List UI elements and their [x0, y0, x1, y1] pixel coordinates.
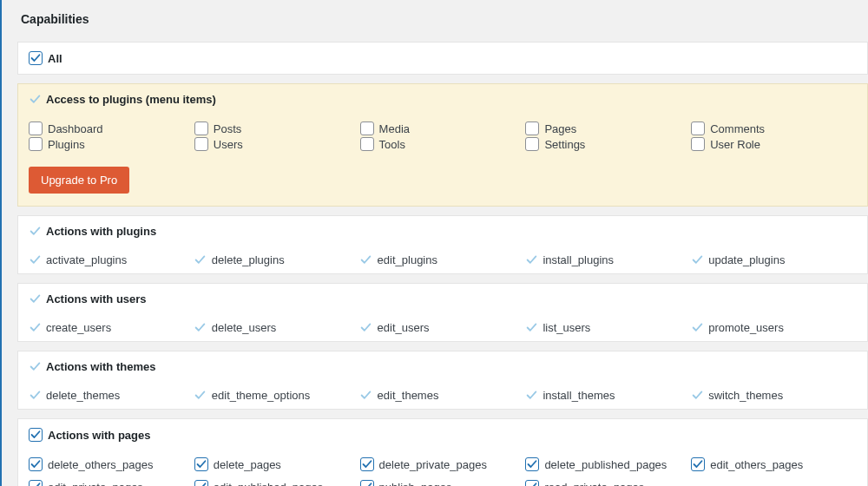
capability-item[interactable]: Settings	[525, 137, 691, 151]
capability-label: activate_plugins	[46, 253, 127, 266]
capability-item[interactable]: switch_themes	[691, 389, 857, 402]
capability-item[interactable]: Dashboard	[29, 122, 194, 135]
capability-item[interactable]: edit_private_pages	[29, 480, 194, 486]
capability-col: publish_pages	[360, 480, 526, 486]
capability-item[interactable]: Pages	[525, 122, 691, 135]
capability-col: edit_others_pages	[691, 457, 857, 471]
capability-label: edit_theme_options	[212, 389, 310, 402]
capability-col: promote_users	[691, 321, 857, 334]
capabilities-row: edit_private_pagesedit_published_pagespu…	[18, 478, 867, 486]
capability-item[interactable]: edit_published_pages	[194, 480, 360, 486]
checkbox[interactable]	[29, 428, 43, 442]
capability-label: Tools	[379, 138, 405, 151]
capability-label: User Role	[710, 138, 760, 151]
capability-label: edit_plugins	[378, 253, 437, 266]
capability-col: edit_themes	[360, 389, 526, 402]
capability-col: Media	[360, 122, 526, 135]
capability-item[interactable]: promote_users	[691, 321, 857, 334]
checkbox[interactable]	[29, 122, 43, 135]
capability-col: edit_theme_options	[194, 389, 360, 402]
section-header: Actions with users	[18, 284, 867, 314]
section-header: Actions with plugins	[18, 216, 867, 246]
checkbox[interactable]	[691, 137, 705, 151]
capability-label: create_users	[46, 321, 111, 334]
capability-item[interactable]: read_private_pages	[525, 480, 691, 486]
capability-item[interactable]: delete_users	[194, 321, 360, 334]
capability-col: edit_plugins	[360, 253, 526, 266]
upgrade-to-pro-button[interactable]: Upgrade to Pro	[29, 167, 129, 194]
checkbox[interactable]	[525, 122, 539, 135]
checkbox[interactable]	[360, 122, 374, 135]
capability-item[interactable]: delete_pages	[194, 457, 360, 471]
access-plugins-header-label: Access to plugins (menu items)	[46, 93, 216, 106]
checkbox[interactable]	[525, 137, 539, 151]
checkbox[interactable]	[29, 480, 43, 486]
capability-col: read_private_pages	[525, 480, 691, 486]
capability-col: Tools	[360, 137, 526, 151]
capability-label: read_private_pages	[544, 481, 644, 487]
capability-col: activate_plugins	[29, 253, 194, 266]
checkbox[interactable]	[194, 122, 208, 135]
capability-item[interactable]: edit_plugins	[360, 253, 526, 266]
capability-label: Posts	[214, 122, 242, 135]
check-icon	[29, 390, 41, 402]
check-icon	[194, 254, 207, 266]
capability-item[interactable]: Plugins	[29, 137, 194, 151]
capability-label: delete_themes	[46, 389, 120, 402]
capability-item[interactable]: list_users	[525, 321, 691, 334]
capabilities-row: delete_themesedit_theme_optionsedit_them…	[18, 382, 867, 409]
checkbox[interactable]	[194, 137, 208, 151]
capability-label: install_plugins	[542, 253, 614, 266]
capability-item[interactable]: update_plugins	[691, 253, 857, 266]
checkbox[interactable]	[29, 457, 43, 471]
capability-item[interactable]: Posts	[194, 122, 360, 135]
capability-col: edit_users	[360, 321, 526, 334]
capability-col: delete_plugins	[194, 253, 360, 266]
capability-item[interactable]: install_plugins	[525, 253, 691, 266]
capability-item[interactable]: edit_others_pages	[691, 457, 857, 471]
capability-item[interactable]: publish_pages	[360, 480, 526, 486]
capability-col: list_users	[525, 321, 691, 334]
capability-item[interactable]: Users	[194, 137, 360, 151]
capability-label: delete_users	[212, 321, 276, 334]
capability-item[interactable]: edit_theme_options	[194, 389, 360, 402]
capability-item[interactable]: delete_private_pages	[360, 457, 526, 471]
capability-item[interactable]: Media	[360, 122, 526, 135]
capability-label: Media	[379, 122, 410, 135]
checkbox[interactable]	[360, 137, 374, 151]
capability-col: edit_published_pages	[194, 480, 360, 486]
check-icon	[691, 322, 703, 334]
checkbox[interactable]	[194, 457, 208, 471]
capability-item[interactable]: delete_plugins	[194, 253, 360, 266]
capability-col: delete_pages	[194, 457, 360, 471]
checkbox[interactable]	[360, 457, 374, 471]
capability-item[interactable]: Tools	[360, 137, 526, 151]
section-header-label: Actions with themes	[46, 360, 155, 373]
capability-item[interactable]: delete_themes	[29, 389, 194, 402]
capability-col: Posts	[194, 122, 360, 135]
capability-item[interactable]: edit_themes	[360, 389, 526, 402]
checkbox[interactable]	[525, 480, 539, 486]
capability-col: User Role	[691, 137, 857, 151]
checkbox[interactable]	[525, 457, 539, 471]
checkbox[interactable]	[194, 480, 208, 486]
checkbox[interactable]	[29, 137, 43, 151]
all-checkbox[interactable]	[29, 51, 43, 65]
checkbox[interactable]	[691, 122, 705, 135]
capability-item[interactable]: edit_users	[360, 321, 526, 334]
check-icon	[194, 322, 207, 334]
capabilities-row: PluginsUsersToolsSettingsUser Role	[18, 135, 867, 151]
capability-item[interactable]: create_users	[29, 321, 194, 334]
capability-item[interactable]: delete_published_pages	[525, 457, 691, 471]
capability-label: edit_users	[378, 321, 430, 334]
check-icon	[194, 390, 207, 402]
check-icon	[360, 254, 372, 266]
capability-col	[691, 480, 857, 486]
capability-item[interactable]: activate_plugins	[29, 253, 194, 266]
capability-item[interactable]: User Role	[691, 137, 857, 151]
checkbox[interactable]	[360, 480, 374, 486]
capability-item[interactable]: Comments	[691, 122, 857, 135]
capability-item[interactable]: delete_others_pages	[29, 457, 194, 471]
checkbox[interactable]	[691, 457, 705, 471]
capability-item[interactable]: install_themes	[525, 389, 691, 402]
